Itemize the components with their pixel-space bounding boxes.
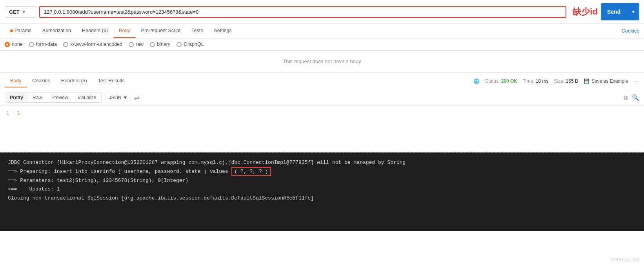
size-prefix: Size: — [554, 78, 566, 84]
tab-headers-label: Headers (6) — [82, 28, 108, 33]
radio-graphql-label: GraphQL — [184, 42, 204, 47]
radio-none-label: none — [12, 42, 23, 47]
format-chevron-icon: ▼ — [123, 95, 128, 100]
log-text-1: JDBC Connection [HikariProxyConnection@1… — [8, 160, 406, 165]
toolbar-actions: ⧉ 🔍 — [624, 94, 639, 101]
radio-urlencoded-label: x-www-form-urlencoded — [70, 42, 122, 47]
response-tab-body[interactable]: Body — [5, 75, 27, 87]
tab-params-label: Params — [15, 28, 31, 33]
response-tab-cookies-label: Cookies — [33, 78, 50, 83]
radio-raw[interactable]: raw — [129, 42, 144, 47]
more-icon[interactable]: ··· — [633, 78, 639, 84]
log-line-3: ==> Parameters: test2(String), 12345678(… — [8, 177, 636, 185]
radio-none-circle — [5, 42, 10, 47]
send-arrow-icon: ▼ — [627, 7, 639, 16]
method-label: GET — [9, 9, 20, 15]
tab-settings-label: Settings — [214, 28, 231, 33]
log-line-1: JDBC Connection [HikariProxyConnection@1… — [8, 159, 636, 167]
view-tab-preview[interactable]: Preview — [47, 93, 73, 102]
response-body-toolbar: Pretty Raw Preview Visualize JSON ▼ ⇌ ⧉ … — [0, 90, 644, 105]
tab-tests-label: Tests — [191, 28, 203, 33]
response-tab-cookies[interactable]: Cookies — [27, 75, 56, 87]
time-prefix: Time: — [523, 78, 536, 84]
tab-settings[interactable]: Settings — [208, 24, 237, 38]
radio-urlencoded[interactable]: x-www-form-urlencoded — [63, 42, 122, 47]
highlight-values: ( ?, ?, ? ) — [231, 167, 271, 176]
method-dropdown[interactable]: GET ▼ — [5, 6, 36, 18]
method-chevron-icon: ▼ — [22, 10, 26, 14]
json-value-1: 1 — [17, 110, 20, 116]
log-line-5: Closing non transactional SqlSession [or… — [8, 194, 636, 203]
radio-none[interactable]: none — [5, 42, 23, 47]
response-meta: 🌐 Status: 200 OK Time: 10 ms Size: 165 B… — [474, 78, 639, 84]
view-tabs: Pretty Raw Preview Visualize — [5, 93, 102, 103]
view-tab-raw[interactable]: Raw — [28, 93, 47, 102]
response-tab-body-label: Body — [10, 78, 22, 83]
search-button[interactable]: 🔍 — [632, 94, 639, 101]
save-as-example-label: Save as Example — [591, 78, 628, 84]
format-label: JSON — [109, 95, 122, 100]
radio-raw-label: raw — [136, 42, 144, 47]
response-tab-headers-label: Headers (5) — [61, 78, 87, 83]
request-bar: GET ▼ 127.0.0.1:8080/add?username=test2&… — [0, 0, 644, 24]
response-tab-headers[interactable]: Headers (5) — [56, 75, 93, 87]
params-dot-icon — [10, 29, 13, 32]
log-text-5: Closing non transactional SqlSession [or… — [8, 195, 314, 201]
log-line-4: <== Updates: 1 — [8, 185, 636, 194]
view-tab-visualize[interactable]: Visualize — [73, 93, 101, 102]
tab-prerequest[interactable]: Pre-request Script — [136, 24, 186, 38]
status-label: Status: 200 OK — [485, 78, 517, 84]
radio-binary-label: binary — [157, 42, 170, 47]
size-label: Size: 165 B — [554, 78, 578, 84]
send-button[interactable]: Send ▼ — [601, 3, 639, 20]
log-line-2: ==> Preparing: insert into userinfo ( us… — [8, 168, 636, 176]
annotation-text: 缺少id — [573, 6, 598, 18]
view-tab-pretty[interactable]: Pretty — [5, 93, 28, 102]
radio-raw-circle — [129, 42, 134, 47]
console-section: JDBC Connection [HikariProxyConnection@1… — [0, 152, 644, 231]
format-dropdown[interactable]: JSON ▼ — [106, 93, 131, 102]
send-label: Send — [601, 6, 627, 17]
radio-form-data-label: form-data — [36, 42, 57, 47]
log-text-3: ==> Parameters: test2(String), 12345678(… — [8, 178, 188, 183]
time-label: Time: 10 ms — [523, 78, 549, 84]
size-value: 165 B — [566, 78, 578, 84]
radio-binary[interactable]: binary — [150, 42, 170, 47]
response-tab-test-results[interactable]: Test Results — [93, 75, 130, 87]
radio-form-data[interactable]: form-data — [29, 42, 57, 47]
no-body-message: This request does not have a body — [0, 51, 644, 73]
time-value: 10 ms — [536, 78, 549, 84]
response-tab-test-results-label: Test Results — [98, 78, 125, 83]
tab-authorization-label: Authorization — [42, 28, 71, 33]
radio-form-data-circle — [29, 42, 34, 47]
tab-body[interactable]: Body — [113, 24, 136, 38]
tab-authorization[interactable]: Authorization — [37, 24, 76, 38]
log-text-4: <== Updates: 1 — [8, 186, 60, 192]
tab-params[interactable]: Params — [5, 24, 37, 38]
radio-graphql-circle — [176, 42, 182, 47]
log-text-2: ==> Preparing: insert into userinfo ( us… — [8, 169, 231, 174]
response-content: 1 1 — [0, 105, 644, 152]
tab-tests[interactable]: Tests — [186, 24, 208, 38]
tab-headers[interactable]: Headers (6) — [76, 24, 113, 38]
save-as-example-button[interactable]: 💾 Save as Example — [584, 78, 628, 84]
status-value: 200 OK — [501, 78, 517, 84]
url-input[interactable]: 127.0.0.1:8080/add?username=test2&passwo… — [39, 6, 566, 18]
radio-binary-circle — [150, 42, 155, 47]
radio-urlencoded-circle — [63, 42, 68, 47]
response-header: Body Cookies Headers (5) Test Results 🌐 … — [0, 73, 644, 90]
save-icon: 💾 — [584, 78, 589, 84]
copy-button[interactable]: ⧉ — [624, 94, 628, 101]
tab-body-label: Body — [119, 28, 130, 33]
status-prefix: Status: — [485, 78, 501, 84]
tab-prerequest-label: Pre-request Script — [141, 28, 181, 33]
radio-graphql[interactable]: GraphQL — [176, 42, 204, 47]
line-number-1: 1 — [6, 110, 9, 116]
cookies-link[interactable]: Cookies — [622, 28, 639, 34]
request-tabs: Params Authorization Headers (6) Body Pr… — [0, 24, 644, 38]
body-type-row: none form-data x-www-form-urlencoded raw… — [0, 38, 644, 51]
wrap-icon[interactable]: ⇌ — [134, 94, 139, 102]
globe-icon: 🌐 — [474, 78, 480, 84]
